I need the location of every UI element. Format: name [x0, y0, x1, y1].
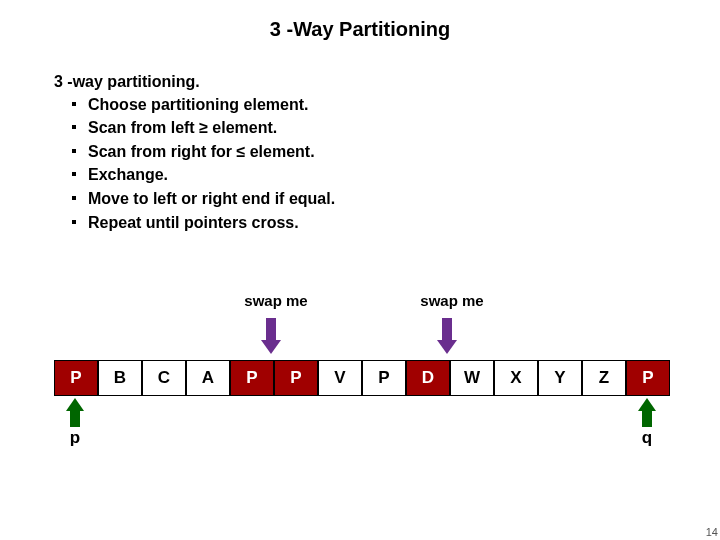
array-cell: Z: [582, 360, 626, 396]
array-cell: P: [230, 360, 274, 396]
array-cell: V: [318, 360, 362, 396]
array-cell: P: [626, 360, 670, 396]
subhead: 3 -way partitioning.: [54, 71, 720, 93]
array-cell: C: [142, 360, 186, 396]
swap-label-left: swap me: [236, 292, 316, 309]
up-arrow-icon: [70, 398, 84, 427]
bullet-item: Scan from left ≥ element.: [88, 116, 720, 140]
down-arrow-icon: [442, 318, 457, 354]
page-title: 3 -Way Partitioning: [0, 0, 720, 71]
bullet-item: Choose partitioning element.: [88, 93, 720, 117]
array-cell: Y: [538, 360, 582, 396]
array-row: PBCAPPVPDWXYZP: [54, 360, 670, 396]
content-block: 3 -way partitioning. Choose partitioning…: [0, 71, 720, 234]
swap-label-right: swap me: [412, 292, 492, 309]
array-cell: D: [406, 360, 450, 396]
up-arrow-icon: [642, 398, 656, 427]
bullet-item: Repeat until pointers cross.: [88, 211, 720, 235]
array-cell: A: [186, 360, 230, 396]
bullet-item: Exchange.: [88, 163, 720, 187]
down-arrow-icon: [266, 318, 281, 354]
array-cell: P: [362, 360, 406, 396]
array-cell: P: [54, 360, 98, 396]
page-number: 14: [706, 526, 718, 538]
bullet-item: Move to left or right end if equal.: [88, 187, 720, 211]
array-diagram: swap me swap me PBCAPPVPDWXYZP p q: [54, 360, 670, 396]
pointer-p-label: p: [65, 428, 85, 448]
pointer-q-label: q: [637, 428, 657, 448]
array-cell: X: [494, 360, 538, 396]
bullet-list: Choose partitioning element. Scan from l…: [54, 93, 720, 235]
array-cell: B: [98, 360, 142, 396]
array-cell: W: [450, 360, 494, 396]
bullet-item: Scan from right for ≤ element.: [88, 140, 720, 164]
array-cell: P: [274, 360, 318, 396]
